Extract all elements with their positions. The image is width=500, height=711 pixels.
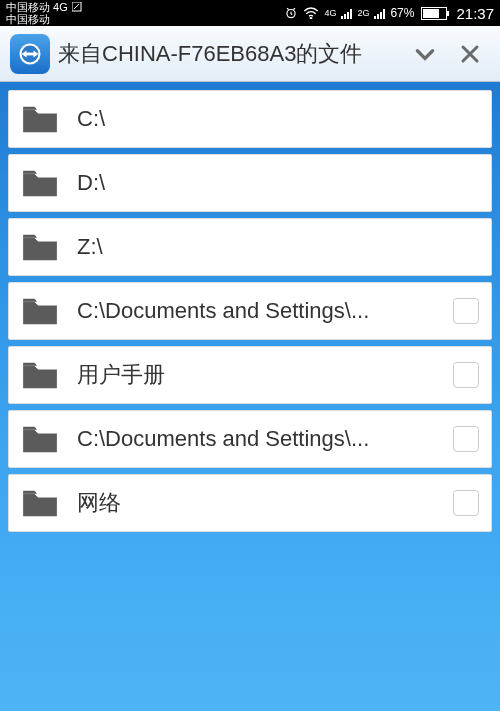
- list-item[interactable]: 用户手册: [8, 346, 492, 404]
- folder-icon: [21, 232, 59, 262]
- close-icon: [458, 42, 482, 66]
- carrier-text-1: 中国移动 4G: [6, 1, 68, 13]
- close-button[interactable]: [450, 42, 490, 66]
- folder-icon: [21, 104, 59, 134]
- item-label: Z:\: [77, 234, 479, 260]
- alarm-icon: [284, 6, 298, 20]
- file-list: C:\D:\Z:\C:\Documents and Settings\...用户…: [0, 82, 500, 540]
- checkbox[interactable]: [453, 362, 479, 388]
- status-right: 4G 2G 67% 21:37: [284, 5, 494, 22]
- item-label: C:\: [77, 106, 479, 132]
- item-label: C:\Documents and Settings\...: [77, 298, 435, 324]
- item-label: C:\Documents and Settings\...: [77, 426, 435, 452]
- list-item[interactable]: C:\Documents and Settings\...: [8, 410, 492, 468]
- carrier-text-2: 中国移动: [6, 13, 82, 25]
- folder-icon: [21, 168, 59, 198]
- item-label: 用户手册: [77, 360, 435, 390]
- page-title: 来自CHINA-F76EB68A3的文件: [58, 39, 400, 69]
- item-label: D:\: [77, 170, 479, 196]
- list-item[interactable]: C:\: [8, 90, 492, 148]
- net-2g: 2G: [357, 8, 369, 18]
- list-item[interactable]: 网络: [8, 474, 492, 532]
- svg-point-2: [311, 18, 312, 19]
- folder-icon: [21, 360, 59, 390]
- list-item[interactable]: Z:\: [8, 218, 492, 276]
- net-4g: 4G: [324, 8, 336, 18]
- svg-rect-7: [26, 52, 34, 55]
- chevron-down-icon: [412, 41, 438, 67]
- signal-bars-1: [341, 7, 352, 19]
- status-carrier: 中国移动 4G 中国移动: [6, 1, 82, 25]
- battery-icon: [421, 7, 447, 20]
- dropdown-button[interactable]: [408, 41, 442, 67]
- teamviewer-logo-icon: [10, 34, 50, 74]
- status-bar: 中国移动 4G 中国移动 4G 2G 67% 21:37: [0, 0, 500, 26]
- clock: 21:37: [456, 5, 494, 22]
- checkbox[interactable]: [453, 426, 479, 452]
- signal-bars-2: [374, 7, 385, 19]
- folder-icon: [21, 296, 59, 326]
- item-label: 网络: [77, 488, 435, 518]
- header-bar: 来自CHINA-F76EB68A3的文件: [0, 26, 500, 82]
- folder-icon: [21, 424, 59, 454]
- list-item[interactable]: C:\Documents and Settings\...: [8, 282, 492, 340]
- checkbox[interactable]: [453, 490, 479, 516]
- sim-icon: [72, 2, 82, 12]
- folder-icon: [21, 488, 59, 518]
- battery-pct: 67%: [390, 6, 414, 20]
- list-item[interactable]: D:\: [8, 154, 492, 212]
- checkbox[interactable]: [453, 298, 479, 324]
- wifi-icon: [303, 7, 319, 19]
